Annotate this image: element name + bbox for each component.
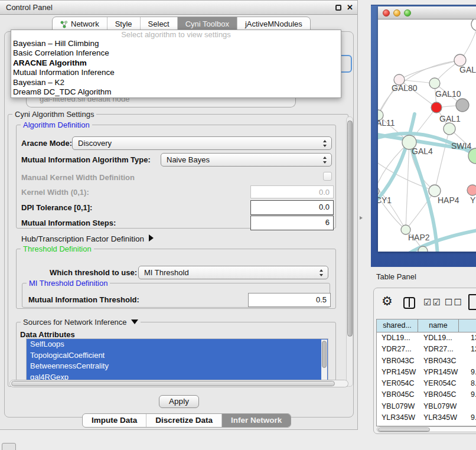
select-all-columns-icon[interactable]: ☑☑ xyxy=(423,297,442,308)
network-node[interactable] xyxy=(444,123,455,135)
node-label-gal80: GAL80 xyxy=(392,83,418,93)
table-panel: ⚙ ☑☑ ☐☐ shared...name YDL19...YDL19...13… xyxy=(373,288,476,434)
manual-kernel-label: Manual Kernel Width Definition xyxy=(21,173,135,182)
kernel-width-label: Kernel Width (0,1): xyxy=(21,188,89,197)
control-panel-window: Control Panel ✕ NetworkStyleSelectCyni T… xyxy=(0,0,358,430)
algorithm-option-bayesian-hill-climbing[interactable]: Bayesian – Hill Climbing xyxy=(11,39,341,48)
network-node[interactable] xyxy=(431,102,442,113)
table-row[interactable]: YBR045CYBR045C9. xyxy=(377,389,476,400)
node-label-hap4: HAP4 xyxy=(438,195,459,205)
data-attributes-label: Data Attributes xyxy=(20,330,75,339)
which-threshold-select[interactable]: MI Threshold xyxy=(138,266,328,279)
network-edge[interactable] xyxy=(378,60,460,115)
data-table-combo[interactable]: gal-filtered.sif default node xyxy=(26,97,296,107)
column-header-name[interactable]: name xyxy=(418,319,459,332)
algorithm-dropdown-list: Bayesian – Hill ClimbingBasic Correlatio… xyxy=(11,39,341,97)
table-header-row: shared...name xyxy=(377,319,476,332)
mi-steps-label: Mutual Information Steps: xyxy=(21,219,116,227)
table-row[interactable]: YLR345WYLR345W9. xyxy=(377,412,476,423)
stepper-arrows-icon xyxy=(319,269,324,276)
mi-type-label: Mutual Information Algorithm Type: xyxy=(21,155,151,164)
dpi-tolerance-label: DPI Tolerance [0,1]: xyxy=(21,203,92,212)
collapsed-panel-button[interactable] xyxy=(2,443,16,450)
node-label-hap2: HAP2 xyxy=(408,233,430,242)
node-label-swi4: SWI4 xyxy=(451,141,471,151)
table-row[interactable]: YER054CYER054C8. xyxy=(377,378,476,389)
network-node[interactable] xyxy=(429,78,440,89)
network-canvas[interactable]: GALGAL80GAL10GAL1GAL11SWI4GAL4GCY1HAP4YH… xyxy=(378,19,476,252)
split-columns-icon[interactable] xyxy=(403,297,415,309)
float-window-icon[interactable] xyxy=(335,5,341,11)
table-horizontal-scrollbar[interactable] xyxy=(377,426,476,432)
algorithm-option-dream8-dc-tdc-algorithm[interactable]: Dream8 DC_TDC Algorithm xyxy=(11,87,341,97)
minimize-traffic-icon[interactable] xyxy=(393,9,400,17)
cyni-bottom-tabbar: Impute DataDiscretize DataInfer Network xyxy=(82,413,291,428)
which-threshold-label: Which threshold to use: xyxy=(50,268,137,277)
control-panel-title: Control Panel xyxy=(0,1,357,15)
network-node[interactable] xyxy=(429,185,441,197)
apply-button[interactable]: Apply xyxy=(159,395,199,408)
manual-kernel-checkbox[interactable] xyxy=(323,172,332,181)
node-label-gcy1: GCY1 xyxy=(378,195,392,205)
tab-discretize-data[interactable]: Discretize Data xyxy=(146,414,221,427)
network-edge[interactable] xyxy=(399,60,460,80)
network-node[interactable] xyxy=(467,185,476,195)
threshold-definition-title: Threshold Definition xyxy=(21,244,94,253)
attribute-item-selfloops[interactable]: SelfLoops xyxy=(27,339,328,350)
settings-horizontal-scrollbar[interactable] xyxy=(9,380,348,387)
algorithm-option-mutual-information-inference[interactable]: Mutual Information Inference xyxy=(11,68,341,77)
network-node[interactable] xyxy=(454,54,466,66)
stepper-arrows-icon xyxy=(323,156,327,164)
node-label-gal11: GAL11 xyxy=(378,118,395,128)
settings-group-title: Cyni Algorithm Settings xyxy=(12,110,96,119)
algorithm-option-basic-correlation-inference[interactable]: Basic Correlation Inference xyxy=(11,48,341,58)
table-row[interactable]: YBL079WYBL079W xyxy=(377,401,476,412)
collapse-down-icon xyxy=(131,319,138,324)
stepper-arrows-icon xyxy=(323,140,327,147)
attributes-scrollbar[interactable] xyxy=(321,340,327,382)
panel-splitter-handle[interactable] xyxy=(360,216,363,220)
dpi-tolerance-field[interactable]: 0.0 xyxy=(250,200,334,215)
algorithm-option-aracne-algorithm[interactable]: ARACNE Algorithm xyxy=(11,58,341,68)
network-view-frame: GALGAL80GAL10GAL1GAL11SWI4GAL4GCY1HAP4YH… xyxy=(371,5,476,267)
attribute-item-topologicalcoefficient[interactable]: TopologicalCoefficient xyxy=(27,350,328,361)
table-row[interactable]: YPR145WYPR145W9. xyxy=(377,367,476,378)
gear-icon[interactable]: ⚙ xyxy=(382,294,393,308)
network-edge[interactable] xyxy=(378,181,406,230)
table-row[interactable]: YBR043CYBR043C xyxy=(377,356,476,367)
sources-group-title[interactable]: Sources for Network Inference xyxy=(21,318,141,327)
network-node[interactable] xyxy=(378,187,379,196)
hub-section-toggle[interactable]: Hub/Transcription Factor Definition xyxy=(21,234,154,243)
tab-infer-network[interactable]: Infer Network xyxy=(221,414,291,427)
deselect-all-columns-icon[interactable]: ☐☐ xyxy=(445,297,463,308)
column-header-2[interactable] xyxy=(459,319,476,332)
network-node[interactable] xyxy=(471,19,476,31)
close-icon[interactable]: ✕ xyxy=(347,2,353,13)
table-panel-title: Table Panel xyxy=(376,272,416,281)
close-traffic-icon[interactable] xyxy=(383,9,390,17)
mi-steps-field[interactable]: 6 xyxy=(250,216,334,230)
tab-impute-data[interactable]: Impute Data xyxy=(83,414,146,427)
mi-type-select[interactable]: Naive Bayes xyxy=(161,153,332,167)
settings-vertical-scrollbar[interactable] xyxy=(346,116,353,387)
network-window: GALGAL80GAL10GAL1GAL11SWI4GAL4GCY1HAP4YH… xyxy=(378,6,476,252)
network-edge[interactable] xyxy=(406,142,409,230)
attribute-item-betweennesscentrality[interactable]: BetweennessCentrality xyxy=(27,361,328,372)
kernel-width-field[interactable]: 0.0 xyxy=(250,185,334,198)
export-table-icon[interactable] xyxy=(468,294,476,310)
network-edge-highlighted[interactable] xyxy=(378,114,415,206)
node-table: shared...name YDL19...YDL19...13YDR27...… xyxy=(376,319,476,426)
zoom-traffic-icon[interactable] xyxy=(404,9,411,17)
mi-threshold-field[interactable]: 0.5 xyxy=(248,293,331,307)
aracne-mode-select[interactable]: Discovery xyxy=(72,136,332,150)
aracne-mode-label: Aracne Mode: xyxy=(21,139,72,148)
column-header-shared[interactable]: shared... xyxy=(377,319,418,332)
table-row[interactable]: YDR27...YDR27...12 xyxy=(377,344,476,355)
network-node[interactable] xyxy=(456,99,469,112)
table-row[interactable]: YDL19...YDL19...13 xyxy=(377,332,476,344)
network-window-titlebar[interactable] xyxy=(378,6,476,19)
algorithm-option-bayesian-k2[interactable]: Bayesian – K2 xyxy=(11,78,341,87)
node-label-gal10: GAL10 xyxy=(435,89,461,99)
mi-threshold-label: Mutual Information Threshold: xyxy=(28,295,139,304)
mi-threshold-group-title: MI Threshold Definition xyxy=(27,279,110,288)
